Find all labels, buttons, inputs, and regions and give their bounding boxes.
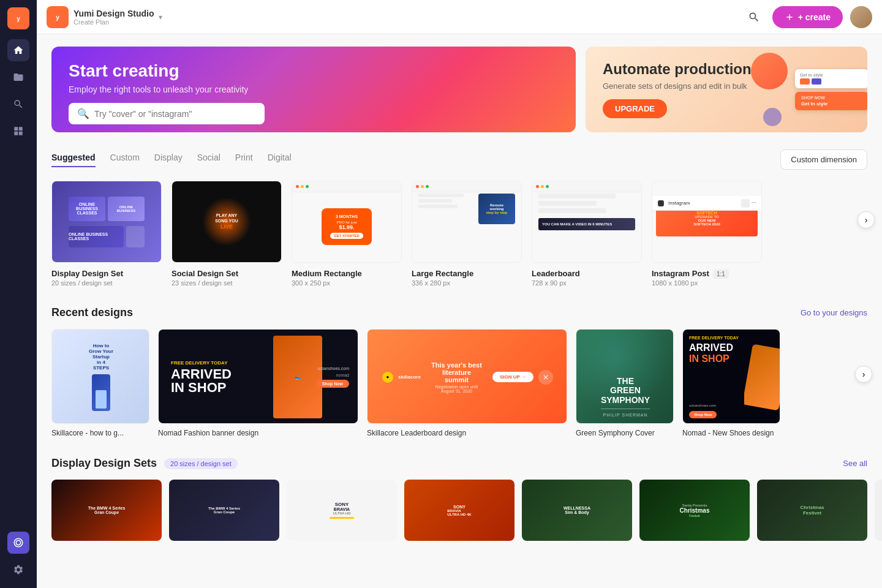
recent-card-nomad-shoes[interactable]: FREE DELIVERY TODAY ARRIVEDIN SHOP urban… <box>682 329 780 437</box>
template-thumb-large-rect: Remoteworkingstep by step <box>412 181 522 263</box>
recent-card-green-symphony[interactable]: THEGREENSYMPHONY PHILIP SHERMAN Green Sy… <box>576 329 674 437</box>
template-sub-large-rect: 336 x 280 px <box>412 279 522 287</box>
template-sub-medium-rect: 300 x 250 px <box>292 279 402 287</box>
template-thumb-social-set: PLAY ANYSONG YOULIVE <box>172 181 282 263</box>
display-set-christmas-2[interactable]: ChristmasFestivet <box>757 480 867 541</box>
template-thumb-medium-rect: 3 MONTHS PRO for just $1.99. GET STARTED <box>292 181 402 263</box>
recent-card-title-shoes: Nomad - New Shoes design <box>682 429 780 437</box>
recent-next-button[interactable]: › <box>855 366 872 383</box>
instagram-badge: 1:1 <box>713 270 729 279</box>
sidebar-item-grid[interactable] <box>7 120 29 142</box>
search-button[interactable] <box>743 6 765 28</box>
recent-thumb-green: THEGREENSYMPHONY PHILIP SHERMAN <box>576 329 674 424</box>
display-set-sony-2[interactable]: SONY BRAVIAULTRA HD 4K <box>404 480 514 541</box>
display-set-christmas[interactable]: Santa Presents Christmas Festivet <box>639 480 750 541</box>
template-title-medium-rect: Medium Rectangle <box>292 269 402 278</box>
template-title-instagram: Instagram Post <box>652 269 709 278</box>
display-sets-row: The BMW 4 SeriesGran Coupe The BMW 4 Ser… <box>51 480 867 541</box>
hero-main-banner: Start creating Employ the right tools to… <box>51 47 576 132</box>
header: y Yumi Design Studio Create Plan ▾ + cre… <box>37 0 882 34</box>
sidebar-item-brand[interactable] <box>7 532 29 554</box>
recent-thumb-shoes: FREE DELIVERY TODAY ARRIVEDIN SHOP urban… <box>682 329 780 424</box>
brand-logo: y <box>47 6 69 28</box>
recent-section-header: Recent designs Go to your designs <box>51 306 867 319</box>
template-sub-instagram: 1080 x 1080 px <box>652 279 762 287</box>
tab-print[interactable]: Print <box>235 153 253 167</box>
svg-text:y: y <box>56 13 60 20</box>
template-card-social-set[interactable]: PLAY ANYSONG YOULIVE Social Design Set 2… <box>172 181 282 287</box>
template-card-display-set[interactable]: ONLINEBUSINESSCLASSES ONLINEBUSINESS ONL… <box>51 181 162 287</box>
template-thumb-display-set: ONLINEBUSINESSCLASSES ONLINEBUSINESS ONL… <box>51 181 162 263</box>
main-content: y Yumi Design Studio Create Plan ▾ + cre… <box>37 0 882 588</box>
sidebar-item-folder[interactable] <box>7 66 29 88</box>
recent-thumb-nomad: FREE DELIVERY TODAY ARRIVEDIN SHOP 👟 urb… <box>158 329 358 424</box>
tab-digital[interactable]: Digital <box>268 153 292 167</box>
hero-deco: Get in style SHOP NOW Get in style <box>775 47 867 132</box>
tab-display[interactable]: Display <box>154 153 183 167</box>
hero-row: Start creating Employ the right tools to… <box>51 47 867 132</box>
create-label: + create <box>798 12 831 22</box>
display-sets-see-all[interactable]: See all <box>843 459 867 468</box>
templates-row: ONLINEBUSINESSCLASSES ONLINEBUSINESS ONL… <box>51 181 867 287</box>
template-title-social-set: Social Design Set <box>172 269 282 278</box>
template-title-display-set: Display Design Set <box>51 269 162 278</box>
recent-row: How toGrow YourStartupin 4STEPS Skillaco… <box>51 329 867 437</box>
template-title-leaderboard: Leaderboard <box>532 269 642 278</box>
tab-social[interactable]: Social <box>197 153 221 167</box>
template-sub-display-set: 20 sizes / design set <box>51 279 162 287</box>
tab-suggested[interactable]: Suggested <box>51 153 96 167</box>
app-logo-icon[interactable]: y <box>7 7 29 29</box>
display-set-wellness[interactable]: WELLNESSASim & Body <box>522 480 632 541</box>
template-thumb-leaderboard: YOU CAN MAKE A VIDEO IN 6 MINUTES <box>532 181 642 263</box>
tab-custom[interactable]: Custom <box>110 153 140 167</box>
brand-chevron-icon: ▾ <box>159 13 162 21</box>
hero-search-input[interactable] <box>94 109 256 119</box>
template-sub-social-set: 23 sizes / design set <box>172 279 282 287</box>
template-card-leaderboard[interactable]: YOU CAN MAKE A VIDEO IN 6 MINUTES Leader… <box>532 181 642 287</box>
brand-sub: Create Plan <box>74 18 154 26</box>
display-set-bmw-2[interactable]: The BMW 4 SeriesGran Coupe <box>169 480 279 541</box>
display-set-sony-1[interactable]: SONY BRAVIA ULTRA HD <box>287 480 397 541</box>
deco-card-2: SHOP NOW Get in style <box>795 92 867 110</box>
recent-card-title-green: Green Symphony Cover <box>576 429 674 437</box>
recent-card-title-grow: Skillacore - how to g... <box>51 429 149 437</box>
hero-search-box[interactable]: 🔍 <box>69 103 265 124</box>
display-sets-title: Display Design Sets <box>51 457 157 470</box>
hero-secondary-banner: Automate production Generate sets of des… <box>586 47 867 132</box>
brand-name: Yumi Design Studio <box>74 9 154 18</box>
create-button[interactable]: + create <box>772 6 843 28</box>
go-to-designs-link[interactable]: Go to your designs <box>801 308 867 317</box>
recent-thumb-leader: ● skillacore This year's best literature… <box>367 329 567 424</box>
page-body: Start creating Employ the right tools to… <box>37 34 882 588</box>
template-card-medium-rect[interactable]: 3 MONTHS PRO for just $1.99. GET STARTED… <box>292 181 402 287</box>
sidebar-item-search[interactable] <box>7 93 29 115</box>
template-title-large-rect: Large Rectangle <box>412 269 522 278</box>
recent-thumb-skillacore-grow: How toGrow YourStartupin 4STEPS <box>51 329 149 424</box>
display-sets-header: Display Design Sets 20 sizes / design se… <box>51 457 867 470</box>
recent-card-nomad-fashion[interactable]: FREE DELIVERY TODAY ARRIVEDIN SHOP 👟 urb… <box>158 329 358 437</box>
brand-selector[interactable]: y Yumi Design Studio Create Plan ▾ <box>47 6 162 28</box>
recent-card-title-leader: Skillacore Leaderboard design <box>367 429 567 437</box>
templates-next-button[interactable]: › <box>858 211 875 228</box>
recent-card-skillacore-leader[interactable]: ● skillacore This year's best literature… <box>367 329 567 437</box>
recent-card-title-nomad: Nomad Fashion banner design <box>158 429 358 437</box>
deco-card-1: Get in style <box>795 69 867 88</box>
display-set-bmw[interactable]: The BMW 4 SeriesGran Coupe <box>51 480 162 541</box>
template-thumb-instagram: Instagram ··· SOFTECH UPGRADE TO <box>652 181 762 263</box>
tabs-row: Suggested Custom Display Social Print Di… <box>51 149 867 170</box>
upgrade-button[interactable]: UPGRADE <box>603 99 667 118</box>
recent-title: Recent designs <box>51 306 133 319</box>
sidebar-item-home[interactable] <box>7 39 29 61</box>
hero-search-icon: 🔍 <box>77 108 89 119</box>
sidebar-item-settings[interactable] <box>7 559 29 581</box>
custom-dimension-button[interactable]: Custom dimension <box>780 149 867 170</box>
display-set-house[interactable]: 🏠 House Your new home isjust around thec… <box>875 480 882 541</box>
avatar[interactable] <box>850 6 872 28</box>
hero-main-title: Start creating <box>69 61 559 81</box>
template-card-instagram[interactable]: Instagram ··· SOFTECH UPGRADE TO <box>652 181 762 287</box>
avatar-image <box>850 6 872 28</box>
template-sub-leaderboard: 728 x 90 px <box>532 279 642 287</box>
template-card-large-rect[interactable]: Remoteworkingstep by step Large Rectangl… <box>412 181 522 287</box>
sidebar: y <box>0 0 37 588</box>
recent-card-skillacore-grow[interactable]: How toGrow YourStartupin 4STEPS Skillaco… <box>51 329 149 437</box>
